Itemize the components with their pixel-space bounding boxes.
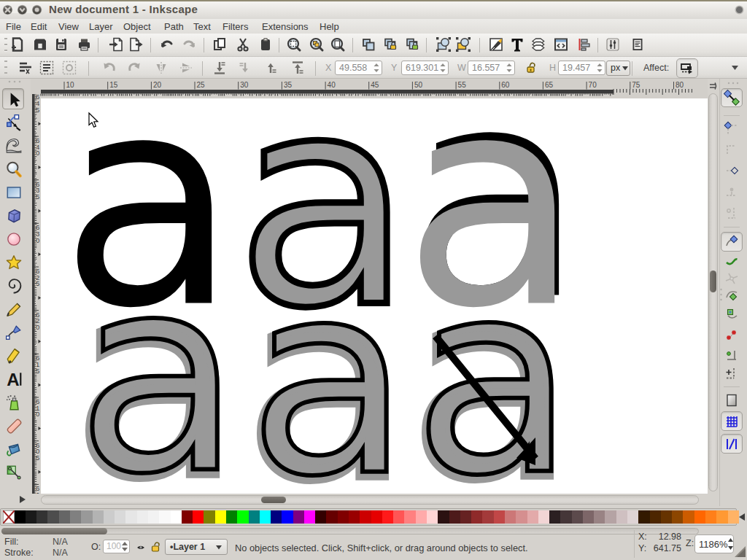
svg-text:75: 75 [632,81,640,89]
svg-text:25: 25 [197,81,206,89]
svg-text:45: 45 [371,81,379,89]
svg-text:40: 40 [328,81,336,89]
svg-text:20: 20 [153,81,162,89]
svg-text:5: 5 [36,106,39,114]
svg-text:5: 5 [36,192,39,201]
svg-text:0: 0 [36,149,39,157]
svg-text:55: 55 [458,81,467,89]
svg-text:0: 0 [36,236,39,244]
svg-text:5: 5 [36,367,39,375]
svg-text:50: 50 [414,81,423,89]
svg-text:5: 5 [36,454,39,462]
svg-text:80: 80 [676,81,684,89]
svg-text:0: 0 [36,410,39,418]
svg-text:10: 10 [66,81,75,89]
svg-text:70: 70 [589,81,597,89]
svg-text:60: 60 [501,81,510,89]
svg-text:A: A [7,370,19,388]
svg-text:15: 15 [109,81,118,89]
svg-text:30: 30 [240,81,249,89]
svg-text:65: 65 [545,81,554,89]
svg-text:35: 35 [284,81,293,89]
svg-text:5: 5 [36,279,39,287]
svg-text:0: 0 [36,323,39,331]
